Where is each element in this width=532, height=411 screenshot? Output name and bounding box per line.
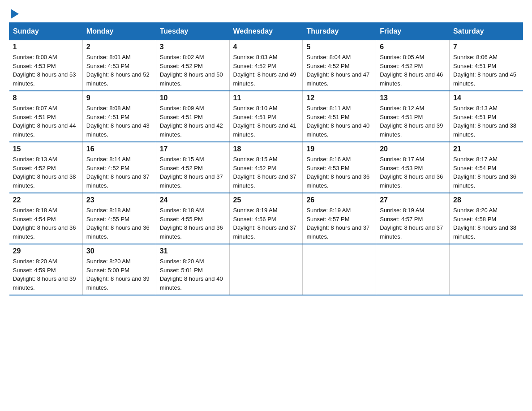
column-header-friday: Friday <box>376 23 450 40</box>
day-info: Sunrise: 8:05 AMSunset: 4:52 PMDaylight:… <box>380 53 446 88</box>
calendar-cell <box>450 244 523 295</box>
day-number: 22 <box>13 196 79 204</box>
calendar-cell: 7Sunrise: 8:06 AMSunset: 4:51 PMDaylight… <box>450 40 523 91</box>
day-info: Sunrise: 8:13 AMSunset: 4:51 PMDaylight:… <box>453 104 519 139</box>
day-info: Sunrise: 8:11 AMSunset: 4:51 PMDaylight:… <box>306 104 372 139</box>
day-info: Sunrise: 8:08 AMSunset: 4:51 PMDaylight:… <box>86 104 152 139</box>
calendar-week-row: 22Sunrise: 8:18 AMSunset: 4:54 PMDayligh… <box>9 193 523 244</box>
column-header-thursday: Thursday <box>303 23 376 40</box>
calendar-cell: 1Sunrise: 8:00 AMSunset: 4:53 PMDaylight… <box>9 40 83 91</box>
calendar-week-row: 1Sunrise: 8:00 AMSunset: 4:53 PMDaylight… <box>9 40 523 91</box>
day-number: 16 <box>86 145 152 153</box>
day-number: 12 <box>306 94 372 102</box>
day-info: Sunrise: 8:04 AMSunset: 4:52 PMDaylight:… <box>306 53 372 88</box>
day-number: 2 <box>86 43 152 51</box>
day-number: 11 <box>233 94 299 102</box>
day-info: Sunrise: 8:18 AMSunset: 4:55 PMDaylight:… <box>86 206 152 241</box>
day-info: Sunrise: 8:20 AMSunset: 5:01 PMDaylight:… <box>160 257 226 292</box>
day-number: 9 <box>86 94 152 102</box>
day-number: 24 <box>160 196 226 204</box>
day-number: 28 <box>453 196 519 204</box>
day-number: 8 <box>13 94 79 102</box>
calendar-cell: 18Sunrise: 8:15 AMSunset: 4:52 PMDayligh… <box>229 142 303 193</box>
day-number: 31 <box>160 247 226 255</box>
calendar-table: SundayMondayTuesdayWednesdayThursdayFrid… <box>9 22 523 295</box>
day-info: Sunrise: 8:20 AMSunset: 5:00 PMDaylight:… <box>86 257 152 292</box>
column-header-monday: Monday <box>82 23 156 40</box>
day-info: Sunrise: 8:03 AMSunset: 4:52 PMDaylight:… <box>233 53 299 88</box>
calendar-cell: 16Sunrise: 8:14 AMSunset: 4:52 PMDayligh… <box>82 142 156 193</box>
day-number: 29 <box>13 247 79 255</box>
day-number: 5 <box>306 43 372 51</box>
calendar-cell: 27Sunrise: 8:19 AMSunset: 4:57 PMDayligh… <box>376 193 450 244</box>
calendar-cell: 6Sunrise: 8:05 AMSunset: 4:52 PMDaylight… <box>376 40 450 91</box>
day-info: Sunrise: 8:14 AMSunset: 4:52 PMDaylight:… <box>86 155 152 190</box>
calendar-cell <box>303 244 376 295</box>
day-number: 1 <box>13 43 79 51</box>
day-number: 7 <box>453 43 519 51</box>
day-info: Sunrise: 8:18 AMSunset: 4:54 PMDaylight:… <box>13 206 79 241</box>
day-info: Sunrise: 8:12 AMSunset: 4:51 PMDaylight:… <box>380 104 446 139</box>
day-number: 3 <box>160 43 226 51</box>
calendar-cell: 26Sunrise: 8:19 AMSunset: 4:57 PMDayligh… <box>303 193 376 244</box>
calendar-week-row: 15Sunrise: 8:13 AMSunset: 4:52 PMDayligh… <box>9 142 523 193</box>
calendar-cell: 12Sunrise: 8:11 AMSunset: 4:51 PMDayligh… <box>303 91 376 142</box>
calendar-cell: 21Sunrise: 8:17 AMSunset: 4:54 PMDayligh… <box>450 142 523 193</box>
calendar-cell: 11Sunrise: 8:10 AMSunset: 4:51 PMDayligh… <box>229 91 303 142</box>
calendar-cell: 29Sunrise: 8:20 AMSunset: 4:59 PMDayligh… <box>9 244 83 295</box>
calendar-cell: 25Sunrise: 8:19 AMSunset: 4:56 PMDayligh… <box>229 193 303 244</box>
day-number: 20 <box>380 145 446 153</box>
logo <box>9 9 19 18</box>
day-number: 25 <box>233 196 299 204</box>
day-info: Sunrise: 8:18 AMSunset: 4:55 PMDaylight:… <box>160 206 226 241</box>
calendar-cell: 31Sunrise: 8:20 AMSunset: 5:01 PMDayligh… <box>156 244 229 295</box>
calendar-cell: 30Sunrise: 8:20 AMSunset: 5:00 PMDayligh… <box>82 244 156 295</box>
day-info: Sunrise: 8:15 AMSunset: 4:52 PMDaylight:… <box>160 155 226 190</box>
day-number: 15 <box>13 145 79 153</box>
day-number: 30 <box>86 247 152 255</box>
day-info: Sunrise: 8:07 AMSunset: 4:51 PMDaylight:… <box>13 104 79 139</box>
column-header-sunday: Sunday <box>9 23 83 40</box>
day-info: Sunrise: 8:17 AMSunset: 4:54 PMDaylight:… <box>453 155 519 190</box>
page-header <box>9 9 523 18</box>
calendar-cell: 17Sunrise: 8:15 AMSunset: 4:52 PMDayligh… <box>156 142 229 193</box>
calendar-cell: 15Sunrise: 8:13 AMSunset: 4:52 PMDayligh… <box>9 142 83 193</box>
day-number: 18 <box>233 145 299 153</box>
day-number: 27 <box>380 196 446 204</box>
day-number: 10 <box>160 94 226 102</box>
calendar-cell: 8Sunrise: 8:07 AMSunset: 4:51 PMDaylight… <box>9 91 83 142</box>
day-info: Sunrise: 8:02 AMSunset: 4:52 PMDaylight:… <box>160 53 226 88</box>
calendar-cell: 14Sunrise: 8:13 AMSunset: 4:51 PMDayligh… <box>450 91 523 142</box>
day-number: 6 <box>380 43 446 51</box>
calendar-cell <box>229 244 303 295</box>
day-number: 17 <box>160 145 226 153</box>
day-info: Sunrise: 8:19 AMSunset: 4:56 PMDaylight:… <box>233 206 299 241</box>
day-info: Sunrise: 8:09 AMSunset: 4:51 PMDaylight:… <box>160 104 226 139</box>
calendar-cell: 24Sunrise: 8:18 AMSunset: 4:55 PMDayligh… <box>156 193 229 244</box>
calendar-cell: 2Sunrise: 8:01 AMSunset: 4:53 PMDaylight… <box>82 40 156 91</box>
day-info: Sunrise: 8:19 AMSunset: 4:57 PMDaylight:… <box>306 206 372 241</box>
day-info: Sunrise: 8:00 AMSunset: 4:53 PMDaylight:… <box>13 53 79 88</box>
day-info: Sunrise: 8:17 AMSunset: 4:53 PMDaylight:… <box>380 155 446 190</box>
calendar-cell: 5Sunrise: 8:04 AMSunset: 4:52 PMDaylight… <box>303 40 376 91</box>
calendar-cell: 3Sunrise: 8:02 AMSunset: 4:52 PMDaylight… <box>156 40 229 91</box>
column-header-wednesday: Wednesday <box>229 23 303 40</box>
calendar-cell: 22Sunrise: 8:18 AMSunset: 4:54 PMDayligh… <box>9 193 83 244</box>
calendar-cell: 20Sunrise: 8:17 AMSunset: 4:53 PMDayligh… <box>376 142 450 193</box>
calendar-header-row: SundayMondayTuesdayWednesdayThursdayFrid… <box>9 23 523 40</box>
day-info: Sunrise: 8:19 AMSunset: 4:57 PMDaylight:… <box>380 206 446 241</box>
column-header-saturday: Saturday <box>450 23 523 40</box>
day-info: Sunrise: 8:20 AMSunset: 4:58 PMDaylight:… <box>453 206 519 241</box>
day-info: Sunrise: 8:13 AMSunset: 4:52 PMDaylight:… <box>13 155 79 190</box>
day-info: Sunrise: 8:01 AMSunset: 4:53 PMDaylight:… <box>86 53 152 88</box>
calendar-cell: 4Sunrise: 8:03 AMSunset: 4:52 PMDaylight… <box>229 40 303 91</box>
calendar-cell: 23Sunrise: 8:18 AMSunset: 4:55 PMDayligh… <box>82 193 156 244</box>
calendar-cell: 9Sunrise: 8:08 AMSunset: 4:51 PMDaylight… <box>82 91 156 142</box>
calendar-cell: 13Sunrise: 8:12 AMSunset: 4:51 PMDayligh… <box>376 91 450 142</box>
day-number: 21 <box>453 145 519 153</box>
day-info: Sunrise: 8:16 AMSunset: 4:53 PMDaylight:… <box>306 155 372 190</box>
day-info: Sunrise: 8:06 AMSunset: 4:51 PMDaylight:… <box>453 53 519 88</box>
calendar-cell <box>376 244 450 295</box>
day-info: Sunrise: 8:20 AMSunset: 4:59 PMDaylight:… <box>13 257 79 292</box>
calendar-week-row: 8Sunrise: 8:07 AMSunset: 4:51 PMDaylight… <box>9 91 523 142</box>
